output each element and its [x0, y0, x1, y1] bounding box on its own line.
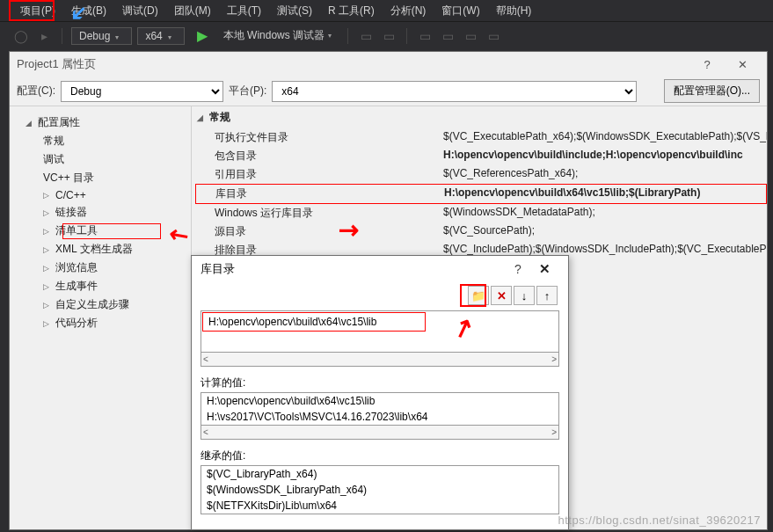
- dialog-titlebar: Project1 属性页 ? ✕: [10, 52, 767, 77]
- forward-icon[interactable]: ▸: [35, 27, 53, 45]
- grid-row-winrt[interactable]: Windows 运行库目录$(WindowsSDK_MetadataPath);: [192, 204, 767, 222]
- property-tree: ◢配置属性 常规 调试 VC++ 目录 ▷C/C++ ▷链接器 ▷清单工具 ▷X…: [10, 106, 192, 529]
- scrollbar[interactable]: <>: [201, 426, 559, 440]
- menu-debug[interactable]: 调试(D): [114, 0, 166, 22]
- menu-rtools[interactable]: R 工具(R): [320, 0, 383, 22]
- platform-select[interactable]: x64: [137, 27, 184, 45]
- path-list[interactable]: H:\opencv\opencv\build\x64\vc15\lib: [201, 310, 559, 353]
- inh-line: $(VC_LibraryPath_x64): [201, 466, 558, 482]
- platform-dropdown[interactable]: x64: [272, 81, 637, 102]
- calculated-list: H:\opencv\opencv\build\x64\vc15\lib H:\v…: [201, 392, 559, 426]
- newline-button[interactable]: 📁: [468, 286, 489, 305]
- menu-test[interactable]: 测试(S): [269, 0, 320, 22]
- path-entry[interactable]: H:\opencv\opencv\build\x64\vc15\lib: [202, 312, 426, 332]
- watermark: https://blog.csdn.net/sinat_39620217: [558, 514, 762, 527]
- tree-item-cpp[interactable]: ▷C/C++: [13, 187, 187, 203]
- calc-line: H:\opencv\opencv\build\x64\vc15\lib: [201, 393, 558, 409]
- menu-project[interactable]: 项目(P): [12, 0, 63, 22]
- play-icon[interactable]: ▶: [197, 27, 208, 44]
- help-button[interactable]: ?: [507, 262, 529, 276]
- movedown-button[interactable]: ↓: [514, 286, 535, 305]
- configuration-select[interactable]: Debug: [71, 27, 132, 45]
- ide-toolbar: ◯ ▸ Debug x64 ▶ 本地 Windows 调试器 ▭ ▭ ▭ ▭ ▭…: [0, 21, 773, 49]
- separator: [62, 28, 62, 44]
- toolbar-icon[interactable]: ▭: [439, 27, 456, 45]
- menu-analyze[interactable]: 分析(N): [383, 0, 434, 22]
- separator: [406, 28, 407, 44]
- inherited-label: 继承的值:: [192, 447, 568, 465]
- tree-item-customstep[interactable]: ▷自定义生成步骤: [13, 295, 187, 314]
- toolbar-icon[interactable]: ▭: [485, 27, 502, 45]
- config-label: 配置(C):: [17, 84, 55, 98]
- tree-root[interactable]: ◢配置属性: [13, 113, 187, 132]
- menu-team[interactable]: 团队(M): [166, 0, 219, 22]
- menu-window[interactable]: 窗口(W): [434, 0, 487, 22]
- grid-row-libdir[interactable]: 库目录H:\opencv\opencv\build\x64\vc15\lib;$…: [195, 184, 767, 204]
- property-toolbar: 配置(C): Debug 平台(P): x64 配置管理器(O)...: [10, 77, 767, 106]
- separator: [347, 28, 348, 44]
- subdialog-toolbar: 📁 ✕ ↓ ↑: [192, 282, 568, 310]
- config-dropdown[interactable]: Debug: [61, 81, 223, 102]
- inh-line: $(WindowsSDK_LibraryPath_x64): [201, 482, 558, 498]
- grid-section-header[interactable]: ◢常规: [192, 106, 767, 128]
- grid-row-exedir[interactable]: 可执行文件目录$(VC_ExecutablePath_x64);$(Window…: [192, 128, 767, 147]
- tree-item-general[interactable]: 常规: [13, 132, 187, 150]
- back-icon[interactable]: ◯: [12, 27, 30, 45]
- ide-menu-bar: 项目(P) 生成(B) 调试(D) 团队(M) 工具(T) 测试(S) R 工具…: [0, 0, 773, 21]
- grid-row-source[interactable]: 源目录$(VC_SourcePath);: [192, 222, 767, 241]
- tree-item-browse[interactable]: ▷浏览信息: [13, 259, 187, 277]
- close-button[interactable]: ✕: [529, 261, 559, 277]
- toolbar-icon[interactable]: ▭: [357, 27, 375, 45]
- dialog-title: Project1 属性页: [17, 56, 96, 72]
- tree-item-linker[interactable]: ▷链接器: [13, 203, 187, 222]
- menu-tools[interactable]: 工具(T): [219, 0, 269, 22]
- tree-item-vcdir[interactable]: VC++ 目录: [13, 169, 187, 187]
- menu-help[interactable]: 帮助(H): [488, 0, 540, 22]
- toolbar-icon[interactable]: ▭: [416, 27, 434, 45]
- tree-item-xmldoc[interactable]: ▷XML 文档生成器: [13, 240, 187, 259]
- toolbar-icon[interactable]: ▭: [462, 27, 479, 45]
- libdir-dialog: 库目录 ? ✕ 📁 ✕ ↓ ↑ ↗ H:\opencv\opencv\build…: [191, 255, 569, 530]
- calc-line: H:\vs2017\VC\Tools\MSVC\14.16.27023\lib\…: [201, 409, 558, 425]
- delete-button[interactable]: ✕: [491, 286, 512, 305]
- subdialog-titlebar: 库目录 ? ✕: [192, 256, 568, 282]
- toolbar-icon[interactable]: ▭: [380, 27, 397, 45]
- tree-item-debug[interactable]: 调试: [13, 150, 187, 169]
- platform-label: 平台(P):: [229, 84, 266, 98]
- subdialog-title: 库目录: [201, 261, 235, 277]
- inh-line: $(NETFXKitsDir)Lib\um\x64: [201, 498, 558, 514]
- tree-item-codeanalysis[interactable]: ▷代码分析: [13, 314, 187, 332]
- scrollbar[interactable]: <>: [201, 353, 559, 367]
- grid-row-include[interactable]: 包含目录H:\opencv\opencv\build\include;H:\op…: [192, 147, 767, 165]
- moveup-button[interactable]: ↑: [536, 286, 558, 305]
- debugger-button[interactable]: 本地 Windows 调试器: [216, 26, 339, 45]
- close-button[interactable]: ✕: [725, 58, 760, 71]
- tree-item-manifest[interactable]: ▷清单工具: [13, 222, 187, 240]
- tree-item-buildevent[interactable]: ▷生成事件: [13, 277, 187, 295]
- calculated-label: 计算的值:: [192, 374, 568, 392]
- inherited-list: $(VC_LibraryPath_x64) $(WindowsSDK_Libra…: [201, 465, 559, 514]
- grid-row-reference[interactable]: 引用目录$(VC_ReferencesPath_x64);: [192, 165, 767, 184]
- config-manager-button[interactable]: 配置管理器(O)...: [664, 79, 760, 103]
- help-button[interactable]: ?: [689, 58, 725, 71]
